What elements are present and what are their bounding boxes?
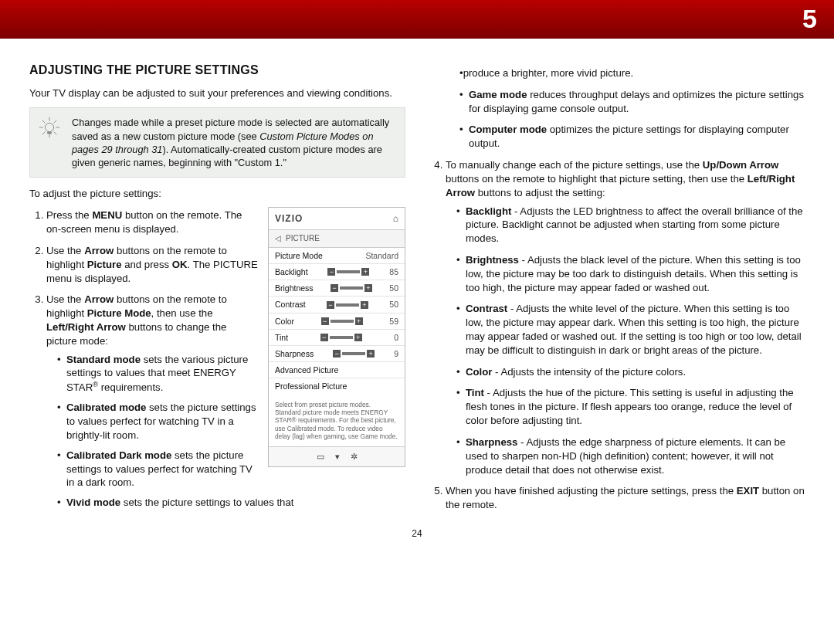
t: produce a brighter, more vivid picture. [463,67,634,79]
t: ® [93,381,98,388]
t: Brightness [466,254,519,266]
setting-tint: Tint - Adjusts the hue of the picture. T… [456,386,805,427]
t: Arrow [84,245,114,256]
t: To manually change each of the picture s… [446,159,703,171]
t: sets the picture settings to values that [120,497,293,508]
page-body: ADJUSTING THE PICTURE SETTINGS Your TV d… [0,39,834,520]
t: OK [172,259,188,270]
osd-brightness-value: 50 [389,283,398,293]
setting-backlight: Backlight - Adjusts the LED brightness t… [456,205,805,246]
t: and press [122,259,172,270]
step-4: To manually change each of the picture s… [446,158,805,476]
svg-line-5 [42,120,46,124]
back-arrow-icon: ◁ [275,233,281,244]
osd-contrast-value: 50 [389,299,398,310]
t: Vivid mode [66,497,120,508]
osd-brightness-label: Brightness [275,283,314,293]
t: Press the [46,209,92,221]
t: Computer mode [469,124,547,135]
t: buttons on the remote to highlight that … [446,173,748,185]
t: , then use the [151,307,213,319]
osd-slider: −+ [320,334,362,341]
t: Use the [46,293,84,305]
t: requirements. [98,382,163,394]
osd-contrast-label: Contrast [275,299,306,310]
osd-color-value: 59 [389,316,398,327]
t: Picture Mode [87,307,151,319]
svg-line-7 [42,132,46,135]
t: buttons to adjust the setting: [475,187,605,198]
t: Arrow [84,293,114,305]
setting-color: Color - Adjusts the intensity of the pic… [456,365,805,379]
home-icon: ⌂ [393,212,398,225]
tip-callout: Changes made while a preset picture mode… [29,107,405,178]
t: - Adjusts the LED brightness to affect t… [466,205,803,245]
osd-menu-title: PICTURE [286,233,320,244]
right-column: •produce a brighter, more vivid picture.… [429,62,805,520]
t: Left/Right Arrow [46,321,126,333]
mode-vivid: Vivid mode sets the picture settings to … [57,496,405,510]
osd-slider: −+ [327,301,368,309]
t: - Adjusts the intensity of the picture c… [492,366,686,378]
chapter-number: 5 [802,2,817,37]
mode-computer: Computer mode optimizes the picture sett… [459,123,805,151]
osd-color-label: Color [275,316,294,327]
osd-picture-mode-label: Picture Mode [275,250,323,261]
t: When you have finished adjusting the pic… [446,485,737,497]
vivid-continuation: •produce a brighter, more vivid picture. [459,66,805,80]
t: Use the [46,245,84,256]
osd-tint-label: Tint [275,332,288,343]
page-number: 24 [0,520,834,540]
mode-game: Game mode reduces throughput delays and … [459,88,805,116]
t: Tint [466,387,484,398]
setting-contrast: Contrast - Adjusts the white level of th… [456,302,805,357]
lightbulb-icon [38,116,61,139]
header-bar: 5 [0,0,834,39]
osd-backlight-label: Backlight [275,266,308,277]
t: - Adjusts the white level of the picture… [466,303,802,355]
t: MENU [92,209,122,221]
t: Backlight [466,205,511,217]
t: Calibrated mode [66,402,146,413]
setting-sharpness: Sharpness - Adjusts the edge sharpness o… [456,436,805,476]
osd-picture-mode-value: Standard [365,250,398,261]
intro-text: Your TV display can be adjusted to suit … [29,86,405,100]
mode-standard: Standard mode sets the various picture s… [57,353,405,395]
left-column: ADJUSTING THE PICTURE SETTINGS Your TV d… [29,62,405,520]
lead-text: To adjust the picture settings: [29,187,405,201]
t: Calibrated Dark mode [66,449,171,461]
osd-tint-value: 0 [394,332,398,343]
t: Up/Down Arrow [703,159,778,171]
t: Picture [87,259,122,270]
step-5: When you have finished adjusting the pic… [446,484,805,512]
osd-backlight-value: 85 [389,266,398,277]
setting-brightness: Brightness - Adjusts the black level of … [456,253,805,294]
t: EXIT [737,485,759,497]
mode-calibrated-dark: Calibrated Dark mode sets the picture se… [57,449,405,490]
svg-line-8 [54,120,57,124]
mode-calibrated: Calibrated mode sets the picture setting… [57,401,405,442]
t: - Adjusts the hue of the picture. This s… [466,387,794,426]
t: Standard mode [66,354,141,365]
t: Color [466,366,492,378]
t: Sharpness [466,436,517,448]
osd-slider: −+ [327,268,369,276]
svg-line-6 [54,132,57,135]
t: Contrast [466,303,507,314]
osd-logo: VIZIO [275,212,303,225]
osd-slider: −+ [331,284,372,292]
t: Game mode [469,89,527,100]
svg-point-0 [45,124,53,132]
section-heading: ADJUSTING THE PICTURE SETTINGS [29,62,405,79]
osd-slider: −+ [321,317,363,325]
